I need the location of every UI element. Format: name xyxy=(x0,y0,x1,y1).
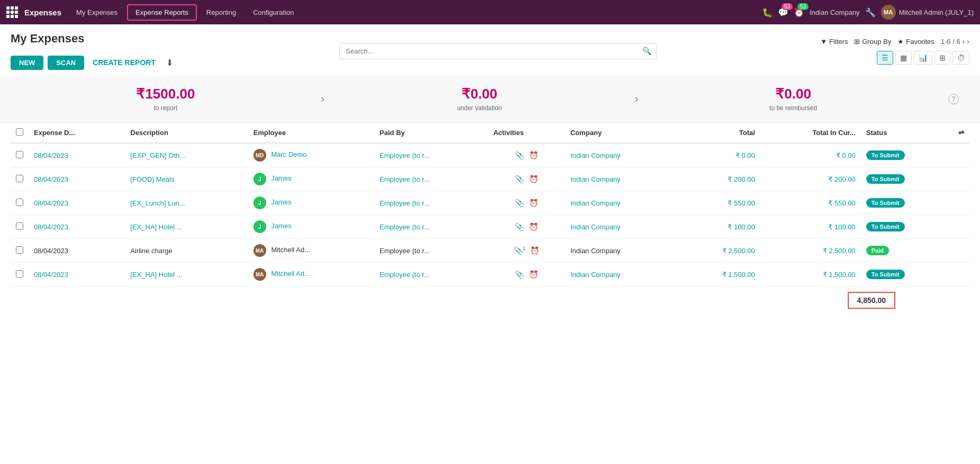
settings-icon-button[interactable]: 🔧 xyxy=(865,7,876,17)
company-link[interactable]: Indian Company xyxy=(570,151,621,159)
user-menu[interactable]: MA Mitchell Admin (JULY_1) xyxy=(881,5,974,20)
clock-icon[interactable]: ⏰ xyxy=(529,151,538,159)
employee-avatar: MD xyxy=(253,149,266,162)
summary-to-report[interactable]: ₹1500.00 to report xyxy=(21,86,310,112)
row-actions-cell xyxy=(953,167,969,191)
col-total[interactable]: Total xyxy=(679,123,760,143)
bug-icon: 🐛 xyxy=(762,7,773,17)
attachment-icon[interactable]: 📎1 xyxy=(514,246,525,255)
chat-icon-button[interactable]: 💬 53 xyxy=(778,7,788,17)
row-checkbox[interactable] xyxy=(16,199,23,206)
company-link[interactable]: Indian Company xyxy=(570,199,621,207)
app-logo[interactable]: Expenses xyxy=(6,6,61,18)
favorites-button[interactable]: ★ Favorites xyxy=(897,38,934,46)
next-page-button[interactable]: › xyxy=(967,37,969,46)
description-link[interactable]: [EX_Lunch] Lun... xyxy=(130,199,185,207)
employee-cell: MA Mitchell Ad... xyxy=(248,239,375,263)
clock-icon[interactable]: ⏰ xyxy=(529,175,538,183)
row-checkbox[interactable] xyxy=(16,270,23,278)
clock-icon[interactable]: ⏰ xyxy=(529,199,538,207)
expense-date-link[interactable]: 08/04/2023 xyxy=(34,175,68,183)
attachment-icon[interactable]: 📎 xyxy=(515,270,524,279)
clock-icon[interactable]: ⏰ xyxy=(529,222,538,231)
summary-to-reimburse[interactable]: ₹0.00 to be reimbursed xyxy=(649,86,938,112)
col-paid-by[interactable]: Paid By xyxy=(374,123,488,143)
paid-by-link[interactable]: Employee (to r... xyxy=(379,199,430,207)
activities-cell: 📎 ⏰ xyxy=(488,263,565,287)
create-report-button[interactable]: CREATE REPORT xyxy=(88,55,160,70)
description-link[interactable]: [EX_HA] Hotel ... xyxy=(130,271,182,279)
expense-table: Expense D... Description Employee Paid B… xyxy=(11,123,969,287)
summary-reimburse-amount: ₹0.00 xyxy=(649,86,938,102)
pivot-view-button[interactable]: ⊞ xyxy=(934,51,950,65)
summary-reimburse-label: to be reimbursed xyxy=(649,104,938,112)
list-view-button[interactable]: ☰ xyxy=(877,51,893,65)
activity-view-button[interactable]: ⏱ xyxy=(952,51,969,65)
filters-button[interactable]: ▼ Filters xyxy=(820,38,848,46)
expense-date-cell: 08/04/2023 xyxy=(29,191,125,215)
row-checkbox[interactable] xyxy=(16,151,23,158)
attachment-icon[interactable]: 📎 xyxy=(515,199,524,207)
paid-by-link[interactable]: Employee (to r... xyxy=(379,223,430,231)
kanban-view-button[interactable]: ▦ xyxy=(895,51,912,65)
nav-expense-reports[interactable]: Expense Reports xyxy=(127,4,197,21)
description-cell: [EX_Lunch] Lun... xyxy=(125,191,248,215)
activities-cell: 📎 ⏰ xyxy=(488,191,565,215)
total-cell: ₹ 0.00 xyxy=(679,143,760,167)
description-link[interactable]: [EXP_GEN] Oth... xyxy=(130,151,185,159)
attachment-icon[interactable]: 📎 xyxy=(515,222,524,231)
summary-under-validation[interactable]: ₹0.00 under validation xyxy=(335,86,624,112)
group-by-button[interactable]: ⊞ Group By xyxy=(854,38,891,46)
paid-by-cell: Employee (to r... xyxy=(374,167,488,191)
expense-date-link[interactable]: 08/04/2023 xyxy=(34,151,68,159)
paid-by-cell: Employee (to r... xyxy=(374,239,488,263)
row-checkbox[interactable] xyxy=(16,222,23,230)
col-employee[interactable]: Employee xyxy=(248,123,375,143)
total-cell: ₹ 200.00 xyxy=(679,167,760,191)
attachment-icon[interactable]: 📎 xyxy=(515,151,524,159)
status-cell: To Submit xyxy=(861,263,953,287)
row-checkbox-cell xyxy=(11,239,29,263)
row-checkbox[interactable] xyxy=(16,175,23,182)
expense-date-link[interactable]: 08/04/2023 xyxy=(34,223,68,231)
prev-page-button[interactable]: ‹ xyxy=(963,37,965,46)
clock-icon[interactable]: ⏰ xyxy=(529,270,538,279)
select-all-checkbox[interactable] xyxy=(16,128,23,136)
row-checkbox[interactable] xyxy=(16,246,23,254)
clock-icon-button[interactable]: ⏰ 53 xyxy=(794,7,804,17)
col-company[interactable]: Company xyxy=(565,123,679,143)
company-link[interactable]: Indian Company xyxy=(570,271,621,279)
bug-icon-button[interactable]: 🐛 xyxy=(762,7,773,17)
expense-date-link[interactable]: 08/04/2023 xyxy=(34,271,68,279)
description-link[interactable]: [EX_HA] Hotel ... xyxy=(130,223,182,231)
company-link[interactable]: Indian Company xyxy=(570,175,621,183)
nav-configuration[interactable]: Configuration xyxy=(246,5,301,20)
nav-my-expenses[interactable]: My Expenses xyxy=(69,5,125,20)
col-expense-date[interactable]: Expense D... xyxy=(29,123,125,143)
description-link[interactable]: [FOOD] Meals xyxy=(130,175,174,183)
company-cell: Indian Company xyxy=(565,191,679,215)
scan-button[interactable]: SCAN xyxy=(48,56,84,70)
status-cell: To Submit xyxy=(861,191,953,215)
status-badge: To Submit xyxy=(866,150,905,160)
expense-date-link[interactable]: 08/04/2023 xyxy=(34,199,68,207)
help-icon[interactable]: ? xyxy=(948,94,959,104)
clock-icon[interactable]: ⏰ xyxy=(530,246,539,255)
search-input[interactable] xyxy=(339,43,657,59)
paid-by-link[interactable]: Employee (to r... xyxy=(379,271,430,279)
paid-by-link[interactable]: Employee (to r... xyxy=(379,175,430,183)
col-status[interactable]: Status xyxy=(861,123,953,143)
company-name[interactable]: Indian Company xyxy=(810,8,860,16)
attachment-icon[interactable]: 📎 xyxy=(515,175,524,183)
paid-by-link[interactable]: Employee (to r... xyxy=(379,151,430,159)
col-total-cur[interactable]: Total In Cur... xyxy=(760,123,861,143)
download-button[interactable]: ⬇ xyxy=(164,56,175,70)
new-button[interactable]: NEW xyxy=(11,56,43,70)
col-settings[interactable]: ⇌ xyxy=(953,123,969,143)
col-activities[interactable]: Activities xyxy=(488,123,565,143)
table-header-row: Expense D... Description Employee Paid B… xyxy=(11,123,969,143)
nav-reporting[interactable]: Reporting xyxy=(199,5,243,20)
company-link[interactable]: Indian Company xyxy=(570,223,621,231)
bar-chart-view-button[interactable]: 📊 xyxy=(914,51,932,65)
col-description[interactable]: Description xyxy=(125,123,248,143)
